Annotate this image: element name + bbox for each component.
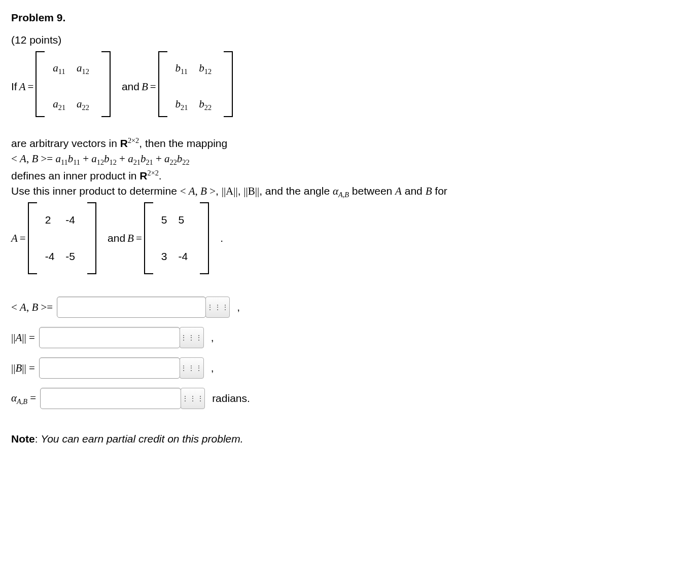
- trailing-period: .: [220, 231, 223, 246]
- trail-comma-1: ,: [237, 300, 240, 315]
- text-and1: and: [122, 79, 139, 94]
- problem-heading: Problem 9.: [11, 10, 689, 25]
- input-norm-a[interactable]: [39, 327, 180, 348]
- text-if: If: [11, 79, 17, 94]
- line-defines: defines an inner product in R2×2.: [11, 168, 689, 183]
- label-norm-a: ||A|| =: [11, 330, 35, 345]
- keypad-button-na[interactable]: ⋮⋮⋮: [180, 327, 204, 348]
- eq1: =: [28, 79, 34, 94]
- keypad-button-nb[interactable]: ⋮⋮⋮: [180, 357, 204, 379]
- label-ab: < A, B >=: [11, 300, 53, 315]
- sym-B2: B: [127, 231, 134, 246]
- sym-A: A: [19, 79, 26, 94]
- text-and2: and: [108, 231, 125, 246]
- trail-comma-2: ,: [211, 330, 214, 345]
- note-line: Note: You can earn partial credit on thi…: [11, 431, 689, 447]
- trail-radians: radians.: [212, 391, 250, 406]
- label-alpha: αA,B =: [11, 390, 36, 407]
- line-arbitrary: are arbitrary vectors in R2×2, then the …: [11, 135, 689, 151]
- line-inner-product-def: < A, B >= a11b11 + a12b12 + a21b21 + a22…: [11, 151, 689, 168]
- eq3: =: [20, 231, 26, 246]
- input-inner-product[interactable]: [57, 297, 206, 318]
- line-use: Use this inner product to determine < A,…: [11, 183, 689, 200]
- points-line: (12 points): [11, 32, 689, 48]
- sym-A2: A: [11, 231, 18, 246]
- label-norm-b: ||B|| =: [11, 360, 35, 376]
- input-angle[interactable]: [40, 388, 181, 409]
- keypad-button-ang[interactable]: ⋮⋮⋮: [181, 388, 205, 409]
- sym-B: B: [142, 79, 148, 94]
- matrix-B-symbolic: b11 b12 b21 b22: [158, 51, 233, 122]
- matrix-B-numeric: 5 5 3 -4: [144, 202, 209, 274]
- eq2: =: [150, 79, 156, 94]
- matrix-A-numeric: 2 -4 -4 -5: [28, 202, 96, 274]
- input-norm-b[interactable]: [39, 357, 180, 379]
- eq4: =: [136, 231, 142, 246]
- matrix-A-symbolic: a11 a12 a21 a22: [36, 51, 111, 122]
- trail-comma-3: ,: [211, 360, 214, 376]
- keypad-button-ab[interactable]: ⋮⋮⋮: [205, 297, 230, 318]
